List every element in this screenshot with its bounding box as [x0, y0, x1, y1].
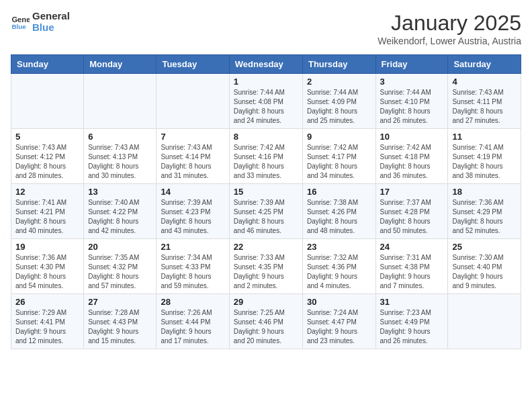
page-header: General Blue General Blue January 2025 W… [11, 11, 521, 46]
day-number: 28 [161, 297, 224, 307]
calendar-cell: 17Sunrise: 7:37 AM Sunset: 4:28 PM Dayli… [375, 184, 448, 239]
calendar-cell: 10Sunrise: 7:42 AM Sunset: 4:18 PM Dayli… [375, 129, 448, 184]
logo: General Blue General Blue [11, 11, 70, 33]
day-number: 12 [15, 187, 79, 197]
month-title: January 2025 [378, 11, 521, 36]
day-info: Sunrise: 7:44 AM Sunset: 4:09 PM Dayligh… [307, 88, 371, 126]
logo-icon: General Blue [11, 13, 30, 32]
day-number: 26 [15, 297, 79, 307]
calendar-cell: 4Sunrise: 7:43 AM Sunset: 4:11 PM Daylig… [448, 74, 521, 129]
day-info: Sunrise: 7:38 AM Sunset: 4:26 PM Dayligh… [307, 198, 371, 236]
calendar-cell: 8Sunrise: 7:42 AM Sunset: 4:16 PM Daylig… [229, 129, 302, 184]
calendar-cell: 22Sunrise: 7:33 AM Sunset: 4:35 PM Dayli… [229, 239, 302, 294]
header-saturday: Saturday [448, 55, 521, 74]
day-info: Sunrise: 7:33 AM Sunset: 4:35 PM Dayligh… [234, 253, 298, 291]
day-number: 29 [234, 297, 298, 307]
day-number: 9 [307, 132, 371, 142]
day-info: Sunrise: 7:42 AM Sunset: 4:18 PM Dayligh… [380, 143, 444, 181]
week-row-5: 26Sunrise: 7:29 AM Sunset: 4:41 PM Dayli… [11, 294, 521, 349]
week-row-1: 1Sunrise: 7:44 AM Sunset: 4:08 PM Daylig… [11, 74, 521, 129]
day-number: 10 [380, 132, 444, 142]
calendar-cell [448, 294, 521, 349]
header-friday: Friday [375, 55, 448, 74]
day-number: 5 [15, 132, 79, 142]
day-number: 13 [88, 187, 152, 197]
calendar-cell: 21Sunrise: 7:34 AM Sunset: 4:33 PM Dayli… [157, 239, 229, 294]
day-number: 3 [380, 77, 444, 87]
day-info: Sunrise: 7:39 AM Sunset: 4:23 PM Dayligh… [161, 198, 224, 236]
day-number: 18 [452, 187, 517, 197]
day-number: 31 [380, 297, 444, 307]
day-number: 6 [88, 132, 152, 142]
header-thursday: Thursday [302, 55, 375, 74]
day-number: 17 [380, 187, 444, 197]
day-info: Sunrise: 7:28 AM Sunset: 4:43 PM Dayligh… [88, 308, 152, 346]
week-row-4: 19Sunrise: 7:36 AM Sunset: 4:30 PM Dayli… [11, 239, 521, 294]
day-number: 11 [452, 132, 517, 142]
header-wednesday: Wednesday [229, 55, 302, 74]
day-info: Sunrise: 7:44 AM Sunset: 4:10 PM Dayligh… [380, 88, 444, 126]
day-info: Sunrise: 7:32 AM Sunset: 4:36 PM Dayligh… [307, 253, 371, 291]
day-info: Sunrise: 7:35 AM Sunset: 4:32 PM Dayligh… [88, 253, 152, 291]
calendar-cell: 15Sunrise: 7:39 AM Sunset: 4:25 PM Dayli… [229, 184, 302, 239]
calendar-cell: 11Sunrise: 7:41 AM Sunset: 4:19 PM Dayli… [448, 129, 521, 184]
day-info: Sunrise: 7:30 AM Sunset: 4:40 PM Dayligh… [452, 253, 517, 291]
calendar-cell [11, 74, 84, 129]
calendar-cell: 12Sunrise: 7:41 AM Sunset: 4:21 PM Dayli… [11, 184, 84, 239]
day-number: 2 [307, 77, 371, 87]
calendar-cell: 9Sunrise: 7:42 AM Sunset: 4:17 PM Daylig… [302, 129, 375, 184]
day-info: Sunrise: 7:43 AM Sunset: 4:13 PM Dayligh… [88, 143, 152, 181]
day-info: Sunrise: 7:34 AM Sunset: 4:33 PM Dayligh… [161, 253, 224, 291]
day-number: 23 [307, 242, 371, 252]
calendar-cell: 1Sunrise: 7:44 AM Sunset: 4:08 PM Daylig… [229, 74, 302, 129]
calendar-cell [157, 74, 229, 129]
logo-line1: General [32, 11, 70, 22]
weekday-header-row: Sunday Monday Tuesday Wednesday Thursday… [11, 55, 521, 74]
calendar-cell: 6Sunrise: 7:43 AM Sunset: 4:13 PM Daylig… [84, 129, 157, 184]
svg-text:Blue: Blue [11, 22, 26, 30]
calendar-cell: 23Sunrise: 7:32 AM Sunset: 4:36 PM Dayli… [302, 239, 375, 294]
day-number: 4 [452, 77, 517, 87]
day-info: Sunrise: 7:26 AM Sunset: 4:44 PM Dayligh… [161, 308, 224, 346]
header-monday: Monday [84, 55, 157, 74]
day-info: Sunrise: 7:43 AM Sunset: 4:14 PM Dayligh… [161, 143, 224, 181]
calendar-cell: 30Sunrise: 7:24 AM Sunset: 4:47 PM Dayli… [302, 294, 375, 349]
calendar-cell: 27Sunrise: 7:28 AM Sunset: 4:43 PM Dayli… [84, 294, 157, 349]
day-info: Sunrise: 7:41 AM Sunset: 4:19 PM Dayligh… [452, 143, 517, 181]
header-tuesday: Tuesday [157, 55, 229, 74]
day-info: Sunrise: 7:43 AM Sunset: 4:12 PM Dayligh… [15, 143, 79, 181]
day-number: 15 [234, 187, 298, 197]
calendar-cell: 16Sunrise: 7:38 AM Sunset: 4:26 PM Dayli… [302, 184, 375, 239]
day-number: 30 [307, 297, 371, 307]
day-number: 25 [452, 242, 517, 252]
day-number: 1 [234, 77, 298, 87]
calendar-cell: 24Sunrise: 7:31 AM Sunset: 4:38 PM Dayli… [375, 239, 448, 294]
day-number: 20 [88, 242, 152, 252]
week-row-2: 5Sunrise: 7:43 AM Sunset: 4:12 PM Daylig… [11, 129, 521, 184]
calendar-cell: 7Sunrise: 7:43 AM Sunset: 4:14 PM Daylig… [157, 129, 229, 184]
calendar-cell: 29Sunrise: 7:25 AM Sunset: 4:46 PM Dayli… [229, 294, 302, 349]
location: Weikendorf, Lower Austria, Austria [378, 36, 521, 46]
day-info: Sunrise: 7:42 AM Sunset: 4:16 PM Dayligh… [234, 143, 298, 181]
day-number: 24 [380, 242, 444, 252]
calendar-cell: 5Sunrise: 7:43 AM Sunset: 4:12 PM Daylig… [11, 129, 84, 184]
calendar-cell: 2Sunrise: 7:44 AM Sunset: 4:09 PM Daylig… [302, 74, 375, 129]
calendar-cell: 19Sunrise: 7:36 AM Sunset: 4:30 PM Dayli… [11, 239, 84, 294]
calendar-cell: 13Sunrise: 7:40 AM Sunset: 4:22 PM Dayli… [84, 184, 157, 239]
day-number: 8 [234, 132, 298, 142]
calendar-cell: 31Sunrise: 7:23 AM Sunset: 4:49 PM Dayli… [375, 294, 448, 349]
header-sunday: Sunday [11, 55, 84, 74]
day-info: Sunrise: 7:29 AM Sunset: 4:41 PM Dayligh… [15, 308, 79, 346]
calendar-cell: 18Sunrise: 7:36 AM Sunset: 4:29 PM Dayli… [448, 184, 521, 239]
calendar: Sunday Monday Tuesday Wednesday Thursday… [11, 54, 521, 349]
day-number: 14 [161, 187, 224, 197]
day-number: 19 [15, 242, 79, 252]
logo-line2: Blue [32, 22, 70, 34]
calendar-cell: 28Sunrise: 7:26 AM Sunset: 4:44 PM Dayli… [157, 294, 229, 349]
day-info: Sunrise: 7:31 AM Sunset: 4:38 PM Dayligh… [380, 253, 444, 291]
day-info: Sunrise: 7:44 AM Sunset: 4:08 PM Dayligh… [234, 88, 298, 126]
day-info: Sunrise: 7:39 AM Sunset: 4:25 PM Dayligh… [234, 198, 298, 236]
calendar-cell: 14Sunrise: 7:39 AM Sunset: 4:23 PM Dayli… [157, 184, 229, 239]
day-info: Sunrise: 7:23 AM Sunset: 4:49 PM Dayligh… [380, 308, 444, 346]
calendar-cell: 20Sunrise: 7:35 AM Sunset: 4:32 PM Dayli… [84, 239, 157, 294]
